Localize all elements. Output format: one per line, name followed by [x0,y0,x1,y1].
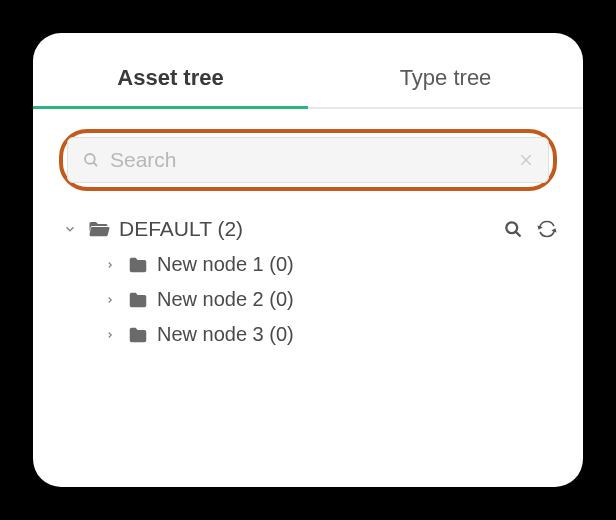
tab-label: Type tree [400,65,492,90]
search-input[interactable] [110,148,518,172]
folder-icon [127,324,149,346]
tree-node-label: New node 1 (0) [157,253,557,276]
chevron-right-icon[interactable] [99,295,121,305]
folder-open-icon [87,217,111,241]
refresh-icon[interactable] [537,219,557,239]
tree-node-label: New node 2 (0) [157,288,557,311]
tab-label: Asset tree [117,65,223,90]
svg-line-1 [93,162,97,166]
tree-child-row[interactable]: New node 3 (0) [99,317,557,352]
clear-icon[interactable] [518,152,534,168]
tab-asset-tree[interactable]: Asset tree [33,51,308,107]
tree-root-row[interactable]: DEFAULT (2) [59,211,557,247]
chevron-right-icon[interactable] [99,260,121,270]
tabs: Asset tree Type tree [33,33,583,109]
search-icon[interactable] [503,219,523,239]
tab-type-tree[interactable]: Type tree [308,51,583,107]
tree-node-label: New node 3 (0) [157,323,557,346]
chevron-right-icon[interactable] [99,330,121,340]
svg-line-5 [516,232,521,237]
search-container [59,129,557,191]
tree-row-actions [503,219,557,239]
svg-point-4 [506,222,517,233]
tree-node-label: DEFAULT (2) [119,217,503,241]
tree-child-row[interactable]: New node 1 (0) [99,247,557,282]
folder-icon [127,289,149,311]
tree-child-row[interactable]: New node 2 (0) [99,282,557,317]
svg-point-0 [85,154,95,164]
tree-panel: Asset tree Type tree [33,33,583,487]
folder-icon [127,254,149,276]
search-highlight [59,129,557,191]
search-box [67,137,549,183]
tree-children: New node 1 (0) New node 2 (0) [59,247,557,352]
chevron-down-icon[interactable] [59,222,81,236]
tree: DEFAULT (2) [33,199,583,352]
search-icon [82,151,100,169]
